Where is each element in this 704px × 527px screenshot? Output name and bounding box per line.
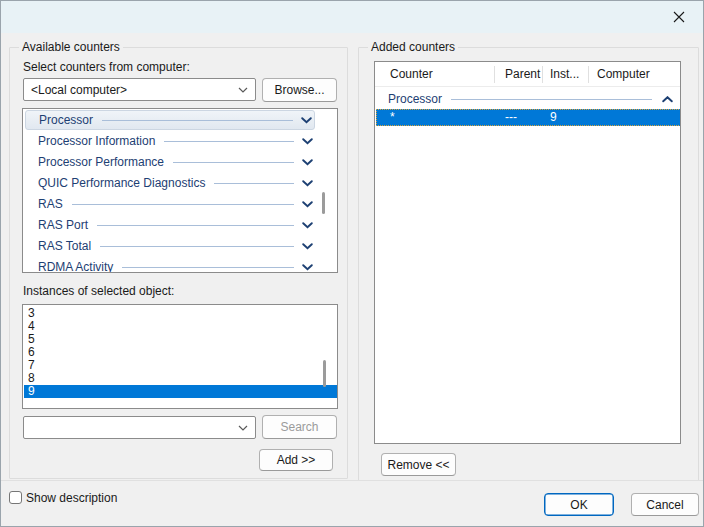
cell-inst: 9	[550, 109, 557, 126]
instance-row[interactable]: 4	[24, 320, 338, 333]
counter-row-processor[interactable]: Processor	[25, 110, 315, 130]
chevron-down-icon	[238, 87, 248, 93]
leader-line	[97, 225, 294, 226]
group-row-label: Processor	[388, 92, 442, 106]
add-button[interactable]: Add >>	[259, 449, 333, 471]
column-header-counter[interactable]: Counter	[390, 62, 433, 87]
counter-row-processor-performance[interactable]: Processor Performance	[25, 152, 315, 172]
column-header-computer[interactable]: Computer	[597, 62, 650, 87]
counter-label: QUIC Performance Diagnostics	[38, 176, 205, 190]
leader-line	[451, 99, 652, 100]
leader-line	[72, 204, 294, 205]
instance-row[interactable]: 8	[24, 372, 338, 385]
remove-button[interactable]: Remove <<	[381, 453, 456, 476]
counter-label: Processor	[39, 113, 93, 127]
counter-label: RAS	[38, 197, 63, 211]
chevron-down-icon	[302, 138, 313, 145]
show-description-label[interactable]: Show description	[26, 491, 117, 505]
chevron-up-icon	[662, 96, 673, 103]
table-header-row: Counter Parent Inst... Computer	[375, 62, 680, 87]
instances-label: Instances of selected object:	[23, 284, 174, 298]
counter-label: RAS Total	[38, 239, 91, 253]
column-separator[interactable]	[542, 66, 543, 83]
counter-row-processor-information[interactable]: Processor Information	[25, 131, 315, 151]
leader-line	[164, 141, 294, 142]
chevron-down-icon	[302, 222, 313, 229]
instance-row[interactable]: 7	[24, 359, 338, 372]
chevron-down-icon	[302, 264, 313, 271]
footer-divider	[1, 480, 704, 481]
leader-line	[102, 120, 293, 121]
instance-row[interactable]: 3	[24, 307, 338, 320]
show-description-checkbox[interactable]	[9, 491, 22, 504]
search-button[interactable]: Search	[262, 415, 337, 439]
chevron-down-icon	[301, 117, 312, 124]
chevron-down-icon	[238, 425, 248, 431]
counter-label: Processor Performance	[38, 155, 164, 169]
ok-button[interactable]: OK	[544, 493, 614, 516]
added-counters-group-label: Added counters	[368, 40, 458, 54]
leader-line	[122, 267, 294, 268]
cell-counter: *	[390, 109, 395, 126]
chevron-down-icon	[302, 159, 313, 166]
counter-row-ras-port[interactable]: RAS Port	[25, 215, 315, 235]
computer-combobox-value: <Local computer>	[31, 83, 233, 97]
available-counters-group-label: Available counters	[19, 40, 123, 54]
table-row-selected[interactable]: * --- 9	[376, 109, 681, 126]
leader-line	[173, 162, 294, 163]
computer-combobox[interactable]: <Local computer>	[23, 78, 256, 101]
browse-button[interactable]: Browse...	[262, 78, 337, 102]
counter-row-ras[interactable]: RAS	[25, 194, 315, 214]
close-icon	[673, 11, 685, 23]
counter-label: RAS Port	[38, 218, 88, 232]
instance-row[interactable]: 6	[24, 346, 338, 359]
counters-list: Processor Processor Information Processo…	[22, 108, 338, 273]
column-separator[interactable]	[588, 66, 589, 83]
table-group-row-processor[interactable]: Processor	[388, 90, 673, 108]
chevron-down-icon	[302, 201, 313, 208]
column-header-parent[interactable]: Parent	[505, 62, 540, 87]
cancel-button[interactable]: Cancel	[631, 493, 699, 516]
add-counters-dialog: Available counters Select counters from …	[0, 0, 704, 527]
counters-list-scrollbar[interactable]	[322, 192, 325, 214]
counter-label: Processor Information	[38, 134, 155, 148]
added-counters-table: Counter Parent Inst... Computer Processo…	[374, 61, 681, 444]
search-combobox[interactable]	[23, 416, 256, 439]
instance-row[interactable]: 5	[24, 333, 338, 346]
select-counters-label: Select counters from computer:	[23, 60, 190, 74]
column-separator[interactable]	[494, 66, 495, 83]
close-button[interactable]	[657, 1, 701, 33]
column-header-inst[interactable]: Inst...	[550, 62, 579, 87]
instances-list-scrollbar[interactable]	[323, 360, 326, 387]
cell-parent: ---	[505, 109, 517, 126]
titlebar	[1, 1, 703, 33]
leader-line	[214, 183, 294, 184]
counter-label: RDMA Activity	[38, 260, 113, 273]
chevron-down-icon	[302, 243, 313, 250]
counter-row-ras-total[interactable]: RAS Total	[25, 236, 315, 256]
chevron-down-icon	[302, 180, 313, 187]
leader-line	[100, 246, 294, 247]
instance-row-selected[interactable]: 9	[24, 385, 338, 398]
instances-list: 3 4 5 6 7 8 9	[22, 304, 338, 409]
counter-row-quic-performance-diagnostics[interactable]: QUIC Performance Diagnostics	[25, 173, 315, 193]
counter-row-rdma-activity[interactable]: RDMA Activity	[25, 257, 315, 273]
